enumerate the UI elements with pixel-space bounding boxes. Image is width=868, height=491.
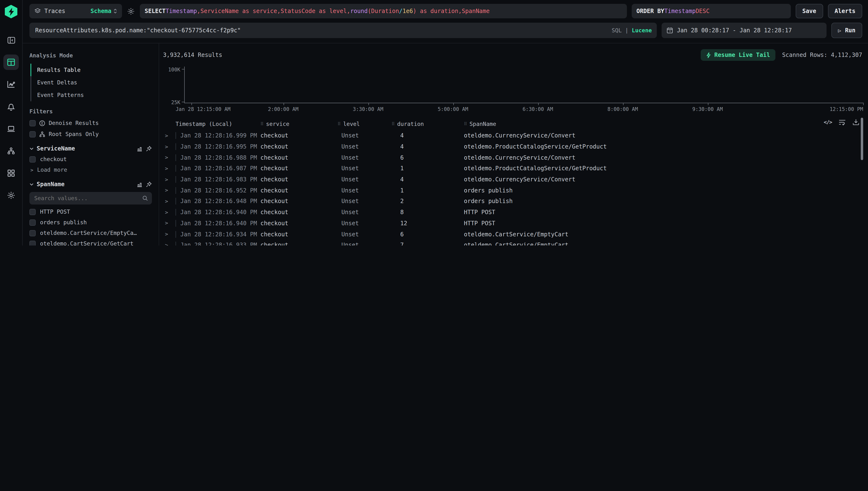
- sql-select-editor[interactable]: SELECT Timestamp, ServiceName as service…: [140, 4, 627, 18]
- save-button[interactable]: Save: [796, 4, 823, 18]
- language-toggle[interactable]: SQL | Lucene: [612, 27, 652, 34]
- row-expand-chevron[interactable]: >: [163, 220, 176, 227]
- row-expand-chevron[interactable]: >: [163, 187, 176, 194]
- run-button[interactable]: ▷ Run: [831, 23, 862, 38]
- hyperdx-logo-icon[interactable]: [5, 5, 18, 18]
- schema-select[interactable]: Schema: [90, 8, 117, 15]
- pin-icon[interactable]: [146, 145, 152, 152]
- nav-sessions-laptop-icon[interactable]: [3, 121, 19, 137]
- x-axis-tick: [538, 103, 539, 105]
- table-row[interactable]: >Jan 28 12:28:16.940 PMcheckoutUnset8HTT…: [163, 207, 863, 218]
- x-axis-tick-label: 9:30:00 AM: [692, 106, 723, 112]
- row-expand-chevron[interactable]: >: [163, 209, 176, 215]
- filters-sidebar: Analysis Mode Results Table Event Deltas…: [23, 44, 159, 246]
- spanname-header[interactable]: SpanName: [29, 181, 152, 187]
- column-header-duration[interactable]: ⠿duration: [392, 121, 464, 127]
- filter-option-checkbox[interactable]: [29, 156, 36, 162]
- row-expand-chevron[interactable]: >: [163, 166, 176, 172]
- row-expand-chevron[interactable]: >: [163, 133, 176, 139]
- x-axis-tick-label: 3:30:00 AM: [353, 106, 383, 112]
- servicename-header[interactable]: ServiceName: [29, 145, 152, 152]
- filter-option[interactable]: oteldemo.CartService/GetCart: [29, 240, 152, 246]
- filter-option-checkbox[interactable]: [29, 219, 36, 226]
- spanname-options: HTTP POSTorders publishoteldemo.CartServ…: [29, 208, 152, 246]
- table-row[interactable]: >Jan 28 12:28:16.987 PMcheckoutUnset1ote…: [163, 163, 863, 174]
- column-header-label: Timestamp (Local): [176, 121, 232, 127]
- column-header-timestamp-local-[interactable]: Timestamp (Local): [176, 121, 260, 127]
- row-expand-chevron[interactable]: >: [163, 198, 176, 204]
- row-expand-chevron[interactable]: >: [163, 144, 176, 150]
- download-icon[interactable]: [852, 119, 859, 125]
- source-label: Traces: [44, 8, 65, 15]
- column-drag-grip-icon[interactable]: ⠿: [260, 121, 264, 126]
- view-source-icon[interactable]: </>: [824, 119, 832, 125]
- wrap-lines-icon[interactable]: [839, 119, 846, 125]
- search-input[interactable]: [34, 27, 608, 34]
- analysis-mode-results-table[interactable]: Results Table: [31, 64, 152, 76]
- root-spans-checkbox[interactable]: [29, 131, 36, 137]
- nav-settings-gear-icon[interactable]: [3, 187, 19, 203]
- row-expand-chevron[interactable]: >: [163, 242, 176, 246]
- table-scrollbar-thumb[interactable]: [861, 118, 863, 160]
- nav-table-explorer-icon[interactable]: [3, 55, 19, 70]
- source-select[interactable]: Traces Schema: [29, 4, 122, 18]
- table-row[interactable]: >Jan 28 12:28:16.983 PMcheckoutUnset4ote…: [163, 174, 863, 185]
- cell-duration: 1: [392, 187, 464, 194]
- table-row[interactable]: >Jan 28 12:28:16.995 PMcheckoutUnset4ote…: [163, 141, 863, 152]
- query-token: SELECT: [145, 8, 166, 15]
- row-expand-chevron[interactable]: >: [163, 231, 176, 237]
- lang-lucene[interactable]: Lucene: [632, 27, 652, 34]
- query-settings-gear-icon[interactable]: [127, 4, 135, 18]
- table-row[interactable]: >Jan 28 12:28:16.952 PMcheckoutUnset1ord…: [163, 185, 863, 196]
- denoise-checkbox[interactable]: [29, 120, 36, 126]
- table-row[interactable]: >Jan 28 12:28:16.940 PMcheckoutUnset12HT…: [163, 218, 863, 229]
- column-drag-grip-icon[interactable]: ⠿: [337, 121, 341, 126]
- column-drag-grip-icon[interactable]: ⠿: [464, 121, 467, 126]
- chart-values-icon[interactable]: [137, 145, 143, 152]
- column-header-service[interactable]: ⠿service: [260, 121, 337, 127]
- spanname-search-input[interactable]: [33, 194, 142, 202]
- filter-option[interactable]: oteldemo.CartService/EmptyCa…: [29, 230, 152, 236]
- denoise-results-toggle[interactable]: Denoise Results: [29, 120, 152, 126]
- filter-option[interactable]: checkout: [29, 156, 152, 163]
- nav-services-hierarchy-icon[interactable]: [3, 143, 19, 159]
- alerts-button[interactable]: Alerts: [828, 4, 862, 18]
- load-more-link[interactable]: >Load more: [30, 166, 152, 173]
- chart-values-icon[interactable]: [137, 181, 143, 187]
- analysis-mode-event-deltas[interactable]: Event Deltas: [31, 76, 152, 89]
- table-row[interactable]: >Jan 28 12:28:16.999 PMcheckoutUnset4ote…: [163, 130, 863, 141]
- table-row[interactable]: >Jan 28 12:28:16.934 PMcheckoutUnset6ote…: [163, 229, 863, 239]
- nav-alerts-bell-icon[interactable]: [3, 99, 19, 114]
- column-header-spanname[interactable]: ⠿SpanName: [464, 121, 822, 127]
- x-axis-tick-label: Jan 28 12:15:00 AM: [176, 106, 231, 112]
- column-header-level[interactable]: ⠿level: [337, 121, 392, 127]
- table-row[interactable]: >Jan 28 12:28:16.933 PMcheckoutUnset7ote…: [163, 240, 863, 246]
- filter-option[interactable]: HTTP POST: [29, 208, 152, 215]
- lang-sql[interactable]: SQL: [612, 27, 622, 34]
- resume-live-tail-button[interactable]: Resume Live Tail: [701, 49, 775, 61]
- pin-icon[interactable]: [146, 181, 152, 187]
- servicename-options: checkout: [29, 156, 152, 163]
- filter-option-checkbox[interactable]: [29, 230, 36, 236]
- collapse-sidebar-icon[interactable]: [3, 32, 19, 48]
- filter-option-checkbox[interactable]: [29, 240, 36, 246]
- row-expand-chevron[interactable]: >: [163, 176, 176, 182]
- nav-dashboards-grid-icon[interactable]: [3, 166, 19, 181]
- date-range-picker[interactable]: Jan 28 00:28:17 - Jan 28 12:28:17: [661, 23, 826, 38]
- column-drag-grip-icon[interactable]: ⠿: [392, 121, 395, 126]
- table-row[interactable]: >Jan 28 12:28:16.948 PMcheckoutUnset2ord…: [163, 196, 863, 207]
- histogram-plot[interactable]: [184, 66, 863, 103]
- filter-option[interactable]: orders publish: [29, 219, 152, 226]
- order-by-editor[interactable]: ORDER BY Timestamp DESC: [631, 4, 790, 18]
- query-token: ,: [347, 8, 350, 15]
- nav-chart-explorer-icon[interactable]: [3, 77, 19, 92]
- cell-spanname: oteldemo.CartService/EmptyCart: [464, 242, 863, 246]
- row-expand-chevron[interactable]: >: [163, 154, 176, 161]
- x-axis-tick-label: 6:30:00 AM: [522, 106, 553, 112]
- root-spans-toggle[interactable]: Root Spans Only: [29, 131, 152, 138]
- analysis-mode-event-patterns[interactable]: Event Patterns: [31, 89, 152, 101]
- filter-option-checkbox[interactable]: [29, 209, 36, 215]
- cell-service: checkout: [260, 187, 337, 194]
- cell-duration: 8: [392, 209, 464, 215]
- table-row[interactable]: >Jan 28 12:28:16.988 PMcheckoutUnset6ote…: [163, 152, 863, 163]
